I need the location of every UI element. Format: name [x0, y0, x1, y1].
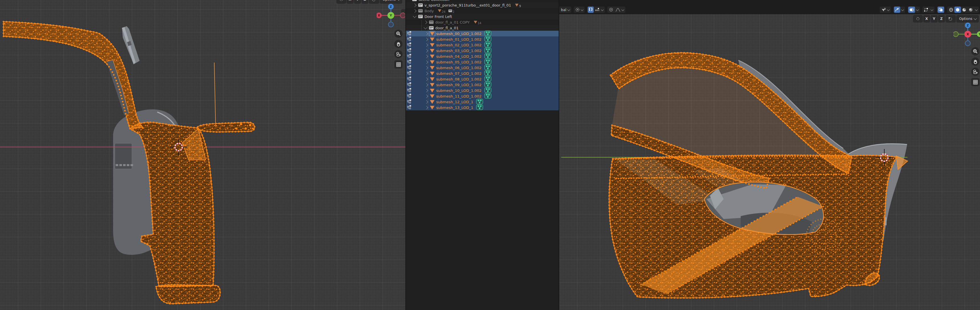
outliner-item-label: submesh_00_LOD_1.002 [436, 32, 482, 36]
expander-chevron[interactable] [425, 60, 428, 64]
camera-icon[interactable] [394, 50, 402, 58]
visibility-dropdown[interactable] [880, 6, 891, 13]
outliner-row[interactable]: submesh_13_LOD_1 [406, 104, 558, 110]
left-navigation-gizmo[interactable]: Z X Y [377, 3, 405, 33]
outliner-row[interactable]: submesh_02_LOD_1.002 [406, 42, 558, 48]
item-count: 24 [442, 10, 445, 13]
mirror-butterfly-icon[interactable] [337, 0, 346, 3]
viewport-front[interactable]: X Y Z Options ‹ Z [0, 0, 406, 310]
right-options-dropdown[interactable]: Options [957, 15, 978, 22]
expander-chevron[interactable] [425, 32, 428, 36]
pan-hand-icon[interactable] [971, 57, 980, 66]
collection-icon [429, 26, 434, 30]
mirror-z-button[interactable]: Z [362, 0, 368, 3]
outliner-panel[interactable]: Scene Collectionv_sport2_porsche_911turb… [406, 0, 559, 310]
overlays-caret[interactable] [915, 6, 919, 13]
outliner-row[interactable]: submesh_04_LOD_1.002 [406, 54, 558, 59]
expander-chevron[interactable] [424, 25, 427, 29]
proportional-edit-icon[interactable] [608, 6, 614, 13]
mirror-z-button[interactable]: Z [939, 15, 945, 22]
outliner-row[interactable]: submesh_01_LOD_1.002 [406, 36, 558, 42]
pivot-point-dropdown[interactable] [574, 6, 585, 13]
mirror-x-button[interactable]: X [924, 15, 930, 22]
shading-solid-icon[interactable] [955, 6, 961, 13]
expander-chevron[interactable] [413, 9, 417, 13]
xray-squares-icon[interactable] [923, 6, 929, 13]
mesh-triangle-icon [430, 83, 434, 87]
outliner-row[interactable]: submesh_07_LOD_1.002 [406, 71, 558, 76]
outliner-row[interactable]: submesh_11_LOD_1.002 [406, 93, 558, 99]
outliner-item-label: submesh_07_LOD_1.002 [436, 71, 482, 76]
mirror-y-button[interactable]: Y [931, 15, 937, 22]
grid-ortho-icon[interactable] [971, 78, 980, 86]
outliner-row[interactable]: door_fl_a_01 [406, 25, 558, 31]
outliner-row[interactable]: v_sport2_porsche_911turbo__ext01_door_fl… [406, 2, 558, 8]
transform-orientation-dropdown[interactable]: bal [559, 6, 571, 13]
camera-icon[interactable] [971, 68, 980, 76]
front-view-scene [0, 0, 406, 310]
grid-ortho-icon[interactable] [394, 60, 402, 68]
outliner-item-label: submesh_05_LOD_1.002 [436, 60, 482, 64]
expander-chevron[interactable] [425, 72, 428, 75]
outliner-item-label: submesh_09_LOD_1.002 [436, 83, 482, 87]
expander-chevron[interactable] [425, 66, 428, 70]
outliner-row[interactable]: Body242 [406, 8, 558, 14]
gizmos-arrow-icon[interactable] [894, 6, 900, 13]
xray-toggle-icon [937, 6, 944, 13]
hierarchy-icon [407, 54, 412, 59]
proportional-edit-group [608, 6, 625, 13]
expander-chevron[interactable] [425, 89, 428, 92]
shading-material-icon[interactable] [961, 6, 967, 13]
blender-window: X Y Z Options ‹ Z [0, 0, 980, 310]
expander-chevron[interactable] [425, 43, 428, 47]
outliner-row[interactable]: submesh_08_LOD_1.002 [406, 76, 558, 82]
expander-chevron[interactable] [413, 3, 417, 7]
expander-chevron[interactable] [425, 55, 428, 58]
expander-chevron[interactable] [425, 106, 428, 109]
outliner-row[interactable]: Scene Collection [406, 0, 558, 2]
mirror-x-button[interactable]: X [347, 0, 353, 3]
pan-hand-icon[interactable] [394, 40, 402, 48]
zoom-icon[interactable] [971, 47, 980, 55]
mesh-triangle-icon [430, 60, 434, 64]
expander-chevron[interactable] [425, 83, 428, 87]
expander-chevron[interactable] [425, 38, 428, 41]
viewport-side[interactable]: bal [559, 0, 980, 310]
xray-caret[interactable] [929, 6, 934, 13]
outliner-row[interactable]: submesh_12_LOD_1 [406, 99, 558, 104]
hierarchy-icon [407, 43, 412, 47]
outliner-row[interactable]: submesh_06_LOD_1.002 [406, 65, 558, 71]
overlays-icon[interactable] [908, 6, 915, 13]
proportional-falloff-icon[interactable] [369, 0, 379, 3]
shading-rendered-icon[interactable] [967, 6, 974, 13]
shading-caret[interactable] [974, 6, 978, 13]
mirror-butterfly-icon[interactable] [913, 15, 923, 22]
proportional-falloff-icon[interactable] [946, 15, 956, 22]
mesh-triangle-icon [430, 106, 434, 109]
outliner-row[interactable]: submesh_03_LOD_1.002 [406, 48, 558, 54]
expander-chevron[interactable] [413, 14, 417, 18]
outliner-row[interactable]: submesh_00_LOD_1.002 [406, 31, 558, 36]
expander-chevron[interactable] [424, 21, 427, 24]
expander-chevron[interactable] [425, 49, 428, 52]
gizmos-caret[interactable] [900, 6, 905, 13]
left-options-dropdown[interactable]: Options [380, 0, 402, 3]
outliner-row[interactable]: submesh_09_LOD_1.002 [406, 82, 558, 88]
mesh-triangle-icon [438, 9, 441, 12]
outliner-row[interactable]: submesh_10_LOD_1.002 [406, 88, 558, 93]
expander-chevron[interactable] [425, 100, 428, 104]
proportional-falloff-curve-icon[interactable] [614, 6, 625, 13]
snap-magnet-icon[interactable] [588, 6, 594, 13]
outliner-row[interactable]: submesh_05_LOD_1.002 [406, 59, 558, 65]
snap-increment-icon[interactable] [594, 6, 604, 13]
hierarchy-icon [407, 71, 412, 76]
zoom-icon[interactable] [394, 30, 402, 38]
expander-chevron[interactable] [425, 78, 428, 81]
outliner-row[interactable]: door_fl_a_01 COPY14 [406, 19, 558, 25]
expander-chevron[interactable] [425, 95, 428, 98]
mirror-y-button[interactable]: Y [355, 0, 361, 3]
left-tool-settings-row: X Y Z Options [337, 0, 402, 3]
xray-toggle[interactable] [937, 6, 945, 13]
outliner-row[interactable]: Door Front Left [406, 14, 558, 19]
shading-wireframe-icon[interactable] [948, 6, 955, 13]
